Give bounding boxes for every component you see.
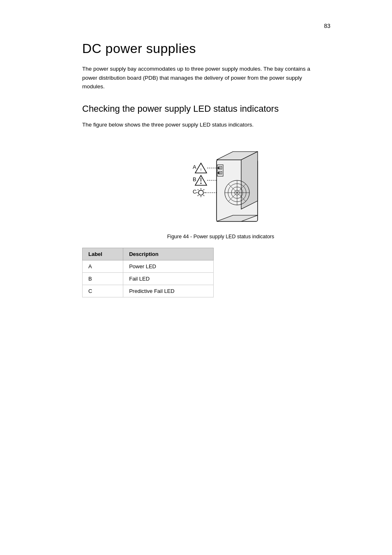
- table-cell-description: Predictive Fail LED: [123, 285, 214, 297]
- table-cell-label: C: [83, 285, 123, 297]
- table-cell-label: A: [83, 260, 123, 273]
- table-cell-description: Fail LED: [123, 273, 214, 285]
- table-row: APower LED: [83, 260, 214, 273]
- table-header-description: Description: [123, 248, 214, 260]
- svg-marker-64: [241, 152, 258, 209]
- svg-line-56: [203, 195, 204, 196]
- led-table: Label Description APower LEDBFail LEDCPr…: [82, 248, 214, 297]
- page-number: 83: [324, 23, 330, 29]
- figure-container: A B C !: [82, 139, 359, 240]
- svg-point-50: [198, 190, 203, 195]
- content-area: DC power supplies The power supply bay a…: [82, 41, 359, 297]
- table-row: CPredictive Fail LED: [83, 285, 214, 297]
- page-title: DC power supplies: [82, 41, 359, 56]
- svg-line-58: [203, 189, 204, 190]
- section-heading: Checking the power supply LED status ind…: [82, 104, 359, 114]
- svg-text:C: C: [193, 189, 196, 195]
- figure-svg: A B C !: [167, 139, 274, 230]
- table-cell-description: Power LED: [123, 260, 214, 273]
- page: 83 DC power supplies The power supply ba…: [0, 0, 392, 555]
- table-row: BFail LED: [83, 273, 214, 285]
- figure-caption: Figure 44 - Power supply LED status indi…: [167, 234, 274, 240]
- svg-line-55: [198, 189, 198, 190]
- svg-text:B: B: [193, 176, 196, 182]
- svg-point-49: [201, 183, 202, 184]
- table-header-label: Label: [83, 248, 123, 260]
- intro-text: The power supply bay accommodates up to …: [82, 64, 312, 91]
- svg-text:!: !: [201, 168, 202, 172]
- table-cell-label: B: [83, 273, 123, 285]
- figure-intro-text: The figure below shows the three power s…: [82, 120, 312, 129]
- svg-line-57: [198, 195, 198, 196]
- svg-text:A: A: [193, 164, 196, 170]
